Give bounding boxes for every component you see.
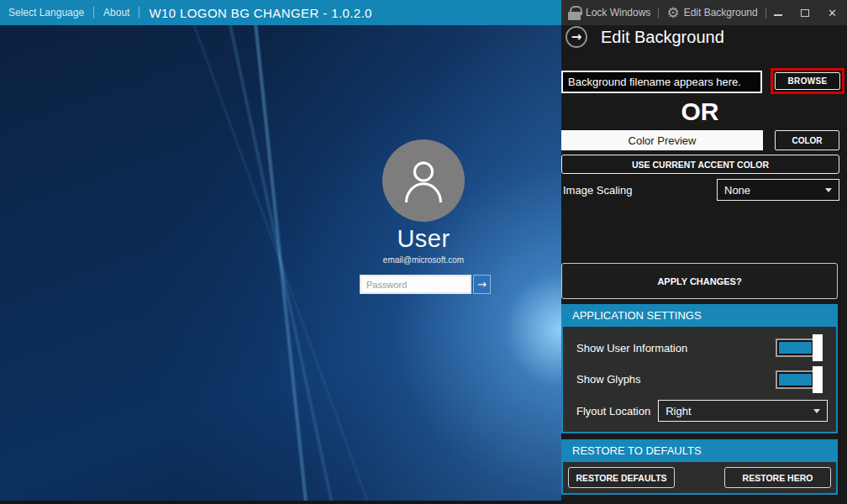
titlebar-divider xyxy=(765,8,766,18)
restore-to-defaults-section: RESTORE TO DEFAULTS RESTORE DEFAULTS RES… xyxy=(561,439,838,495)
password-input[interactable] xyxy=(360,275,471,294)
menu-select-language[interactable]: Select Language xyxy=(8,7,84,18)
application-settings-header: APPLICATION SETTINGS xyxy=(561,304,838,327)
flyout-location-dropdown[interactable]: Right xyxy=(658,400,828,422)
toggle-thumb xyxy=(813,334,823,361)
setting-row-flyout-location: Flyout Location Right xyxy=(576,399,828,423)
or-label: OR xyxy=(561,97,839,126)
browse-focus-outline: BROWSE xyxy=(771,68,844,94)
toggle-on-fill xyxy=(779,374,812,386)
color-button[interactable]: COLOR xyxy=(775,130,839,150)
username-label: User xyxy=(339,225,508,253)
lock-windows-button[interactable]: Lock Windows xyxy=(586,7,650,18)
email-label: email@microsoft.com xyxy=(339,255,508,265)
titlebar-divider xyxy=(93,7,94,18)
titlebar-divider xyxy=(658,8,659,18)
show-user-information-label: Show User Information xyxy=(576,342,687,354)
password-row: → xyxy=(360,275,491,294)
logon-background-preview: User email@microsoft.com → xyxy=(0,25,561,501)
person-icon xyxy=(397,155,450,207)
titlebar-divider xyxy=(139,7,139,18)
image-scaling-dropdown[interactable]: None xyxy=(717,179,839,201)
flyout-location-value: Right xyxy=(666,405,691,417)
restore-defaults-button[interactable]: RESTORE DEFAULTS xyxy=(568,467,675,488)
restore-to-defaults-header: RESTORE TO DEFAULTS xyxy=(561,439,838,462)
password-submit-button[interactable]: → xyxy=(473,275,491,294)
maximize-icon[interactable] xyxy=(801,9,809,17)
edit-background-button[interactable]: Edit Background xyxy=(684,7,758,18)
setting-row-show-user-information: Show User Information xyxy=(576,336,828,360)
application-settings-section: APPLICATION SETTINGS Show User Informati… xyxy=(561,304,838,433)
flyout-title: Edit Background xyxy=(601,28,724,47)
image-scaling-label: Image Scaling xyxy=(563,184,632,197)
show-glyphs-label: Show Glyphs xyxy=(576,373,641,386)
toggle-thumb xyxy=(813,366,823,393)
application-settings-body: Show User Information Show Glyphs Flyout… xyxy=(561,327,838,433)
restore-to-defaults-body: RESTORE DEFAULTS RESTORE HERO xyxy=(561,462,838,495)
edit-background-flyout: → Edit Background BROWSE OR Color Previe… xyxy=(561,25,847,504)
show-glyphs-toggle[interactable] xyxy=(776,370,823,389)
image-scaling-value: None xyxy=(724,184,750,197)
user-avatar xyxy=(382,139,465,222)
use-accent-color-button[interactable]: USE CURRENT ACCENT COLOR xyxy=(561,155,839,174)
flyout-location-label: Flyout Location xyxy=(576,405,650,417)
collapse-flyout-button[interactable]: → xyxy=(566,26,587,48)
lock-icon xyxy=(568,12,581,20)
gear-icon: ⚙ xyxy=(666,6,679,20)
browse-button[interactable]: BROWSE xyxy=(775,72,840,90)
chevron-down-icon xyxy=(813,409,820,413)
setting-row-show-glyphs: Show Glyphs xyxy=(576,368,828,391)
toggle-on-fill xyxy=(779,342,812,354)
flyout-header: → Edit Background xyxy=(566,26,724,48)
chevron-down-icon xyxy=(825,188,832,192)
window-controls: ✕ xyxy=(774,8,837,18)
show-user-information-toggle[interactable] xyxy=(776,339,823,357)
minimize-icon[interactable] xyxy=(774,14,782,16)
titlebar-right: Lock Windows ⚙ Edit Background ✕ xyxy=(561,0,847,25)
menu-about[interactable]: About xyxy=(103,7,129,18)
app-title: W10 LOGON BG CHANGER - 1.0.2.0 xyxy=(149,6,371,20)
apply-changes-button[interactable]: APPLY CHANGES? xyxy=(561,263,838,299)
background-filename-input[interactable] xyxy=(561,71,762,93)
restore-hero-button[interactable]: RESTORE HERO xyxy=(724,467,831,488)
titlebar: Select Language About W10 LOGON BG CHANG… xyxy=(0,0,561,25)
close-icon[interactable]: ✕ xyxy=(828,8,837,18)
color-preview-swatch: Color Preview xyxy=(561,130,763,150)
